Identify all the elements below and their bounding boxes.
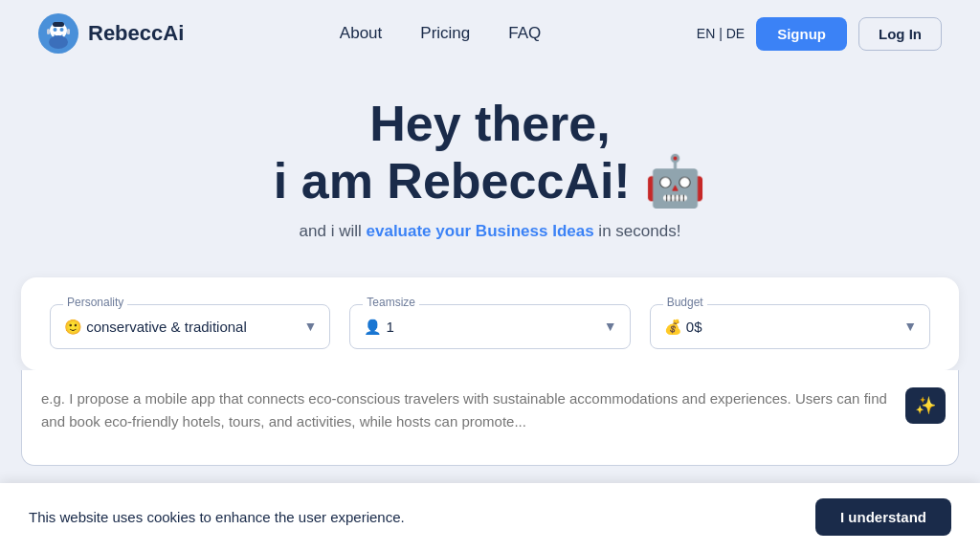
hero-line2: i am RebeccAi! 🤖 (19, 153, 961, 210)
svg-point-4 (49, 35, 68, 49)
nav-about[interactable]: About (340, 24, 382, 43)
cookie-text: This website uses cookies to enhance the… (29, 509, 405, 525)
login-button[interactable]: Log In (858, 17, 942, 51)
logo-text: RebeccAi (88, 21, 184, 46)
header-right: EN | DE Signup Log In (697, 17, 942, 51)
budget-select[interactable]: 💰 0$ (650, 304, 930, 349)
hero-section: Hey there, i am RebeccAi! 🤖 and i will e… (0, 67, 980, 260)
magic-icon: ✨ (915, 396, 936, 415)
signup-button[interactable]: Signup (756, 17, 847, 51)
svg-rect-5 (53, 22, 64, 27)
svg-point-3 (60, 28, 64, 32)
svg-point-2 (54, 28, 57, 32)
budget-label: Budget (663, 296, 707, 309)
svg-rect-6 (47, 29, 50, 34)
hero-subtitle: and i will evaluate your Business Ideas … (19, 222, 961, 241)
header: RebeccAi About Pricing FAQ EN | DE Signu… (0, 0, 980, 67)
magic-button[interactable]: ✨ (905, 387, 946, 424)
teamsize-select[interactable]: 👤 1 (349, 304, 630, 349)
dropdowns-row: Personality 🙂 conservative & traditional… (50, 304, 930, 349)
lang-toggle[interactable]: EN | DE (697, 26, 745, 41)
personality-select[interactable]: 🙂 conservative & traditional (50, 304, 330, 349)
nav-pricing[interactable]: Pricing (420, 24, 470, 43)
main-nav: About Pricing FAQ (340, 24, 541, 43)
textarea-container: ✨ (21, 370, 959, 470)
subtitle-before: and i will (300, 222, 367, 240)
idea-input[interactable] (21, 370, 959, 466)
nav-faq[interactable]: FAQ (508, 24, 541, 43)
svg-rect-7 (67, 29, 70, 34)
personality-group: Personality 🙂 conservative & traditional… (50, 304, 330, 349)
subtitle-highlight: evaluate your Business Ideas (367, 222, 594, 240)
logo-icon (38, 13, 78, 54)
teamsize-label: Teamsize (363, 296, 419, 309)
logo-area: RebeccAi (38, 13, 184, 54)
cookie-accept-button[interactable]: I understand (815, 498, 951, 536)
cookie-banner: This website uses cookies to enhance the… (0, 483, 980, 551)
subtitle-after: in seconds! (594, 222, 681, 240)
personality-label: Personality (63, 296, 127, 309)
hero-line1: Hey there, (19, 96, 961, 153)
teamsize-group: Teamsize 👤 1 ▼ (349, 304, 630, 349)
options-card: Personality 🙂 conservative & traditional… (21, 277, 959, 370)
budget-group: Budget 💰 0$ ▼ (650, 304, 930, 349)
